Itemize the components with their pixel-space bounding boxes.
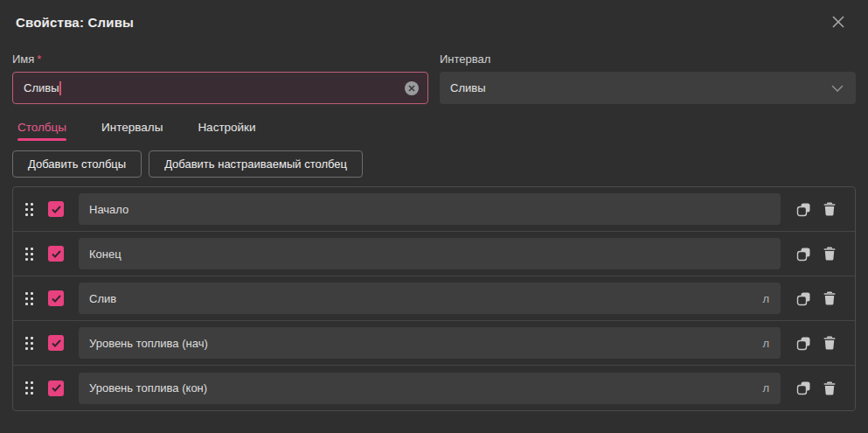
column-checkbox[interactable] (48, 290, 64, 306)
toolbar: Добавить столбцы Добавить настраиваемый … (12, 150, 856, 178)
column-row: л (13, 366, 855, 410)
copy-icon[interactable] (794, 244, 813, 263)
tabs-bar: Столбцы Интервалы Настройки (12, 121, 856, 141)
column-name-input-wrap: л (79, 373, 781, 404)
text-caret (59, 81, 61, 95)
column-name-input[interactable] (79, 373, 762, 404)
drag-handle-icon[interactable] (25, 247, 34, 261)
column-checkbox[interactable] (48, 201, 64, 217)
column-row (13, 187, 855, 232)
delete-icon[interactable] (820, 333, 839, 353)
chevron-down-icon (831, 85, 844, 92)
delete-icon[interactable] (820, 289, 839, 308)
drag-handle-icon[interactable] (25, 291, 34, 305)
column-checkbox[interactable] (48, 246, 64, 262)
tab-intervals[interactable]: Интервалы (101, 121, 163, 141)
column-name-input-wrap (79, 193, 781, 225)
form-row: Имя* Интервал Сливы (12, 52, 856, 104)
delete-icon[interactable] (820, 244, 839, 263)
column-name-input[interactable] (79, 327, 762, 359)
dialog-title: Свойства: Сливы (16, 15, 134, 30)
add-custom-column-button[interactable]: Добавить настраиваемый столбец (149, 150, 363, 178)
copy-icon[interactable] (794, 289, 813, 308)
column-row (13, 232, 855, 276)
column-row: л (13, 276, 855, 321)
close-icon[interactable] (829, 12, 848, 31)
column-name-input-wrap: л (79, 283, 781, 314)
add-columns-button[interactable]: Добавить столбцы (12, 150, 142, 178)
properties-dialog: Свойства: Сливы Имя* Интервал Сл (0, 0, 868, 433)
tab-settings[interactable]: Настройки (198, 121, 255, 141)
tab-columns[interactable]: Столбцы (17, 121, 66, 141)
drag-handle-icon[interactable] (25, 336, 34, 350)
copy-icon[interactable] (794, 333, 813, 353)
interval-label: Интервал (440, 52, 856, 66)
drag-handle-icon[interactable] (25, 381, 34, 395)
copy-icon[interactable] (794, 199, 813, 219)
name-field-group: Имя* (12, 52, 428, 104)
column-checkbox[interactable] (48, 335, 64, 351)
drag-handle-icon[interactable] (25, 202, 34, 216)
name-label: Имя* (12, 52, 428, 66)
column-unit-label: л (762, 292, 781, 305)
columns-list: л л (12, 186, 856, 411)
column-name-input[interactable] (79, 238, 781, 269)
interval-selected-value: Сливы (450, 81, 486, 94)
dialog-header: Свойства: Сливы (12, 0, 856, 40)
column-name-input[interactable] (79, 193, 781, 225)
column-name-input[interactable] (79, 283, 762, 314)
required-asterisk: * (37, 52, 41, 66)
clear-input-icon[interactable] (405, 81, 419, 95)
column-unit-label: л (762, 381, 781, 395)
column-row: л (13, 321, 855, 366)
name-input-wrap (12, 72, 428, 104)
interval-select[interactable]: Сливы (440, 72, 856, 104)
name-input[interactable] (13, 73, 427, 103)
copy-icon[interactable] (794, 379, 813, 398)
delete-icon[interactable] (820, 379, 839, 398)
column-name-input-wrap: л (79, 327, 781, 359)
interval-field-group: Интервал Сливы (440, 52, 856, 104)
delete-icon[interactable] (820, 199, 839, 219)
column-name-input-wrap (79, 238, 781, 269)
column-unit-label: л (762, 337, 781, 350)
column-checkbox[interactable] (48, 381, 64, 396)
